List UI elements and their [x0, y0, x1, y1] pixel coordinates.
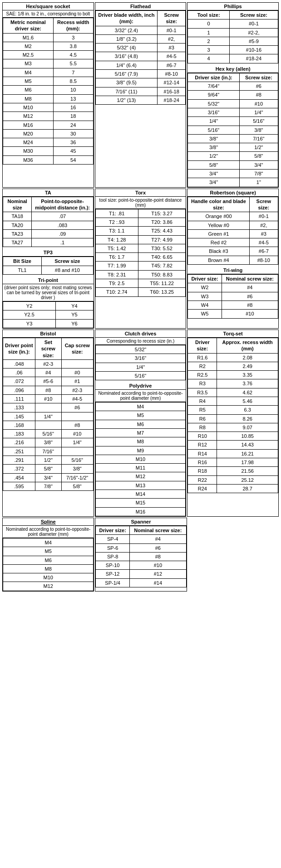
table-cell: M6: [3, 86, 54, 94]
table-cell: M6: [95, 420, 186, 428]
torqset-title: Torq-set: [187, 330, 278, 338]
table-cell: TA23: [3, 229, 32, 238]
table-cell: .048: [3, 359, 35, 368]
table-cell: M4: [3, 68, 54, 77]
table-cell: 5/16": [188, 126, 239, 134]
table-cell: 5/8": [61, 482, 93, 490]
table-cell: 5/32": [95, 345, 186, 354]
table-cell: M3: [3, 59, 54, 68]
triwing-title: Tri-wing: [187, 267, 278, 274]
table-cell: .133: [3, 403, 35, 412]
hexkey-col2-header: Screw size:: [239, 73, 278, 82]
table-cell: #2-3: [35, 359, 61, 368]
table-cell: M8: [3, 564, 94, 573]
table-cell: .216: [3, 438, 35, 447]
table-cell: 3/4": [239, 160, 278, 169]
hexkey-col1-header: Driver size (in.):: [188, 73, 239, 82]
clutch-title: Clutch drives: [95, 330, 186, 338]
phillips-title: Phillips: [187, 3, 278, 10]
table-cell: #4-5: [158, 52, 186, 61]
spanner-col2-header: Nominal screw size:: [129, 526, 186, 534]
table-cell: W3: [188, 292, 222, 301]
table-cell: T30: 5.52: [138, 244, 186, 252]
table-cell: 9.07: [217, 423, 278, 432]
table-cell: 0: [188, 19, 230, 28]
table-cell: #4: [222, 283, 278, 292]
table-cell: T25: 4.43: [138, 227, 186, 235]
table-cell: Y6: [56, 319, 94, 328]
torx-table: T1: .81T15: 3.27T2 :.93T20: 3.86T3: 1.1T…: [95, 209, 186, 297]
table-cell: #6: [239, 82, 278, 91]
table-cell: 4.62: [217, 388, 278, 397]
table-cell: 18: [53, 112, 93, 121]
table-cell: #5-6: [35, 377, 61, 386]
robertson-table: Handle color and blade size: Screw size:…: [187, 197, 278, 265]
table-cell: #0-1: [158, 26, 186, 34]
polydrive-subtitle: Nominated according to point-to-opposite…: [95, 390, 186, 402]
table-cell: .372: [3, 465, 35, 473]
bristol-title: Bristol: [3, 330, 94, 338]
table-cell: 3/16" (4.8): [95, 52, 157, 61]
table-cell: 1": [239, 178, 278, 187]
table-cell: Black #3: [188, 247, 249, 256]
table-cell: M5: [3, 547, 94, 556]
table-cell: .595: [3, 482, 35, 490]
table-cell: [61, 412, 93, 421]
spanner-title: Spanner: [95, 518, 186, 526]
table-cell: Y4: [56, 302, 94, 310]
table-cell: M12: [3, 582, 94, 591]
table-cell: 1/4": [35, 412, 61, 421]
table-cell: #8: [222, 301, 278, 309]
table-cell: M8: [3, 94, 54, 103]
tp3-title: TP3: [3, 249, 94, 257]
table-cell: 5/32" (4): [95, 44, 157, 52]
triwing-section: Tri-wing Driver size: Nominal screw size…: [187, 267, 278, 318]
table-cell: #6: [61, 403, 93, 412]
table-cell: 2.08: [217, 353, 278, 362]
table-cell: M7: [95, 428, 186, 437]
table-cell: 1/2": [188, 152, 239, 160]
hex-socket-subtitle: SAE: 1/8 in. to 2 in., corresponding to …: [3, 10, 94, 18]
table-cell: 36: [53, 138, 93, 147]
table-cell: 3/16": [188, 108, 239, 116]
table-cell: M15: [95, 499, 186, 507]
table-cell: Orange #00: [188, 212, 249, 221]
table-cell: Yellow #0: [188, 221, 249, 229]
table-cell: 9/64": [188, 91, 239, 99]
table-cell: M10: [3, 573, 94, 582]
table-cell: #10: [239, 99, 278, 108]
robertson-title: Robertson (square): [187, 189, 278, 197]
torx-subtitle: tool size: point-to-opposite-point dista…: [95, 197, 186, 209]
bristol-col2-header: Set screw size:: [35, 338, 61, 359]
table-cell: #14: [129, 578, 186, 587]
flat-col2-header: Screw size:: [158, 11, 186, 26]
table-cell: R1.6: [188, 353, 217, 362]
polydrive-title: Polydrive: [95, 382, 186, 390]
table-cell: M24: [3, 138, 54, 147]
table-cell: 1: [188, 28, 230, 37]
spline-title: Spline: [3, 518, 94, 526]
phillips-col1-header: Tool size:: [188, 11, 230, 19]
table-cell: M1.6: [3, 33, 54, 42]
table-cell: T27: 4.99: [138, 235, 186, 244]
table-cell: #16-18: [158, 87, 186, 96]
table-cell: SP-12: [96, 570, 130, 578]
table-cell: M13: [95, 481, 186, 490]
table-cell: M11: [95, 464, 186, 472]
table-cell: 7/16": [239, 134, 278, 143]
table-cell: 28.7: [217, 484, 278, 493]
table-cell: .07: [32, 212, 93, 221]
table-cell: M20: [3, 129, 54, 138]
table-cell: 1/4" (6.4): [95, 61, 157, 69]
table-cell: .096: [3, 386, 35, 394]
table-cell: SP-6: [96, 543, 130, 552]
table-cell: 5/8": [239, 152, 278, 160]
row-3: Bristol Driver point size (in.): Set scr…: [2, 329, 279, 517]
row-2: TA Nominal size Point-to-opposite-midpoi…: [2, 188, 279, 329]
table-cell: 5/16": [239, 117, 278, 126]
table-cell: 3/8": [188, 134, 239, 143]
bristol-section: Bristol Driver point size (in.): Set scr…: [2, 330, 94, 517]
table-cell: 14.43: [217, 441, 278, 449]
table-cell: 21.56: [217, 467, 278, 475]
table-cell: M8: [95, 437, 186, 446]
